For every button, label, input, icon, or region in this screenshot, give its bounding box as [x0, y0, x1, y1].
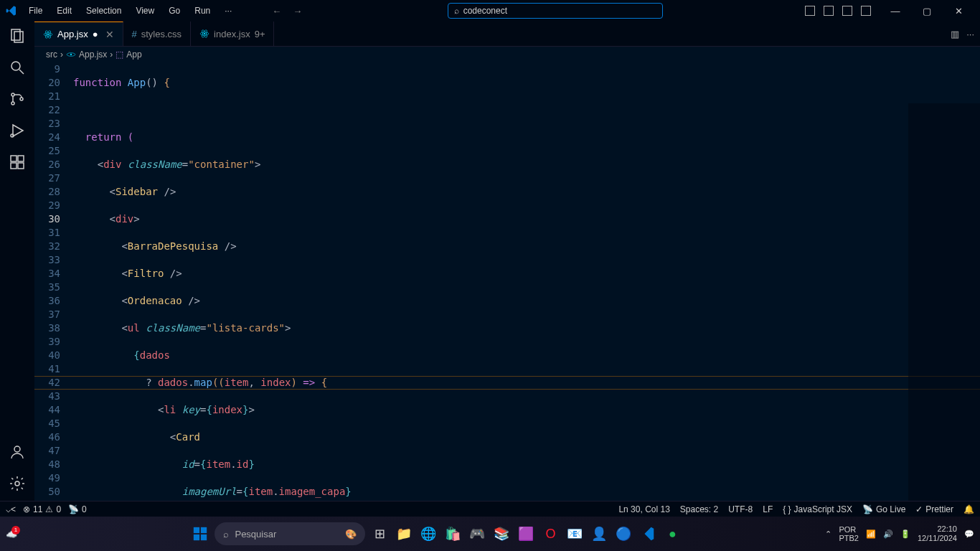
- battery-icon[interactable]: 🔋: [900, 529, 910, 539]
- svg-point-14: [15, 481, 19, 486]
- ports-status[interactable]: 📡 0: [68, 504, 87, 514]
- app5-icon[interactable]: 🔵: [613, 524, 633, 544]
- menu-file[interactable]: File: [23, 3, 48, 19]
- code-editor[interactable]: 9202122232425262728293031323334353637383…: [34, 62, 980, 501]
- menu-go[interactable]: Go: [163, 3, 186, 19]
- minimap[interactable]: [908, 103, 980, 501]
- start-button[interactable]: [190, 524, 210, 544]
- chrome-icon[interactable]: 🌐: [418, 524, 438, 544]
- cube-icon: ⬚: [116, 50, 123, 60]
- activity-bar: [0, 22, 34, 501]
- opera-icon[interactable]: O: [540, 524, 560, 544]
- weather-widget[interactable]: ☁️1: [6, 529, 17, 540]
- notifications-icon[interactable]: 🔔: [963, 504, 974, 514]
- search-highlight-icon: 🎨: [345, 529, 357, 540]
- svg-rect-10: [18, 156, 24, 161]
- tab-index-jsx[interactable]: index.jsx 9+: [191, 22, 274, 46]
- tab-styles-css[interactable]: # styles.css: [123, 22, 192, 46]
- file-explorer-icon[interactable]: 📁: [394, 524, 414, 544]
- settings-gear-icon[interactable]: [9, 475, 26, 492]
- menu-more[interactable]: ···: [219, 3, 237, 19]
- search-text: codeconect: [463, 6, 507, 16]
- tab-label: App.jsx: [57, 29, 88, 39]
- layout-left-icon[interactable]: [805, 6, 815, 16]
- extensions-icon[interactable]: [9, 154, 26, 171]
- app4-icon[interactable]: 👤: [589, 524, 609, 544]
- explorer-icon[interactable]: [9, 27, 26, 44]
- command-center-search[interactable]: ⌕ codeconect: [448, 3, 663, 19]
- language-mode[interactable]: { } JavaScript JSX: [783, 504, 852, 514]
- menu-edit[interactable]: Edit: [51, 3, 77, 19]
- app3-icon[interactable]: 🟪: [516, 524, 536, 544]
- tab-label: styles.css: [141, 29, 182, 39]
- spotify-icon[interactable]: ●: [662, 524, 682, 544]
- app-icon[interactable]: 🎮: [467, 524, 487, 544]
- clock[interactable]: 22:10 12/11/2024: [918, 524, 957, 543]
- search-icon: ⌕: [454, 6, 459, 16]
- menu-run[interactable]: Run: [189, 3, 216, 19]
- svg-rect-26: [201, 527, 207, 533]
- window-maximize-icon[interactable]: ▢: [911, 0, 943, 22]
- wifi-icon[interactable]: 📶: [866, 529, 876, 539]
- volume-icon[interactable]: 🔊: [883, 529, 893, 539]
- breadcrumbs[interactable]: src › App.jsx › ⬚ App: [34, 47, 980, 62]
- indent-status[interactable]: Spaces: 2: [680, 504, 718, 514]
- breadcrumb-symbol[interactable]: App: [126, 50, 141, 60]
- svg-point-2: [11, 62, 20, 70]
- more-actions-icon[interactable]: ···: [966, 29, 974, 39]
- vscode-taskbar-icon[interactable]: [638, 524, 658, 544]
- account-icon[interactable]: [9, 443, 26, 461]
- window-close-icon[interactable]: ✕: [943, 0, 974, 22]
- nav-forward-icon[interactable]: →: [290, 4, 305, 18]
- svg-point-13: [14, 446, 20, 452]
- notifications-tray-icon[interactable]: 💬: [964, 529, 974, 539]
- remote-icon[interactable]: ⌵<: [6, 504, 16, 514]
- search-icon: ⌕: [223, 529, 229, 540]
- search-activity-icon[interactable]: [9, 59, 26, 76]
- go-live-button[interactable]: 📡 Go Live: [862, 504, 905, 514]
- svg-line-3: [19, 70, 24, 74]
- svg-rect-9: [11, 156, 17, 161]
- svg-point-15: [47, 33, 49, 34]
- svg-point-23: [70, 54, 72, 55]
- store-icon[interactable]: 🛍️: [443, 524, 463, 544]
- layout-bottom-icon[interactable]: [824, 6, 834, 16]
- taskbar-search[interactable]: ⌕ Pesquisar 🎨: [215, 522, 365, 545]
- search-placeholder: Pesquisar: [235, 529, 276, 540]
- svg-point-8: [11, 134, 14, 137]
- react-icon: [43, 29, 53, 39]
- tab-close-icon[interactable]: ✕: [105, 29, 114, 40]
- breadcrumb-file[interactable]: App.jsx: [79, 50, 107, 60]
- windows-taskbar: ☁️1 ⌕ Pesquisar 🎨 ⊞ 📁 🌐 🛍️ 🎮 📚 🟪 O 📧 👤 🔵…: [0, 517, 980, 551]
- tray-chevron-icon[interactable]: ⌃: [825, 529, 831, 539]
- react-icon: [66, 50, 76, 60]
- task-view-icon[interactable]: ⊞: [369, 524, 390, 544]
- split-editor-icon[interactable]: ▥: [951, 29, 959, 39]
- svg-rect-25: [194, 527, 199, 533]
- app2-icon[interactable]: 📚: [491, 524, 512, 544]
- menu-view[interactable]: View: [130, 3, 160, 19]
- svg-rect-28: [201, 534, 207, 540]
- encoding-status[interactable]: UTF-8: [728, 504, 753, 514]
- layout-right-icon[interactable]: [842, 6, 852, 16]
- eol-status[interactable]: LF: [763, 504, 773, 514]
- outlook-icon[interactable]: 📧: [565, 524, 585, 544]
- menu-selection[interactable]: Selection: [80, 3, 127, 19]
- language-indicator[interactable]: POR PTB2: [839, 525, 859, 542]
- svg-point-4: [11, 93, 14, 96]
- code-content[interactable]: function App() { return ( <div className…: [73, 62, 980, 501]
- tab-app-jsx[interactable]: App.jsx ● ✕: [34, 22, 123, 46]
- titlebar: File Edit Selection View Go Run ··· ← → …: [0, 0, 980, 22]
- vscode-logo-icon: [6, 5, 17, 17]
- run-debug-icon[interactable]: [9, 122, 26, 139]
- nav-back-icon[interactable]: ←: [269, 4, 284, 18]
- problems-errors[interactable]: ⊗ 11 ⚠ 0: [23, 504, 61, 514]
- window-minimize-icon[interactable]: —: [880, 0, 911, 22]
- prettier-status[interactable]: ✓ Prettier: [915, 504, 953, 514]
- breadcrumb-src[interactable]: src: [46, 50, 57, 60]
- cursor-position[interactable]: Ln 30, Col 13: [618, 504, 669, 514]
- layout-custom-icon[interactable]: [861, 6, 871, 16]
- react-icon: [199, 29, 209, 39]
- source-control-icon[interactable]: [9, 90, 26, 108]
- svg-rect-11: [11, 163, 17, 169]
